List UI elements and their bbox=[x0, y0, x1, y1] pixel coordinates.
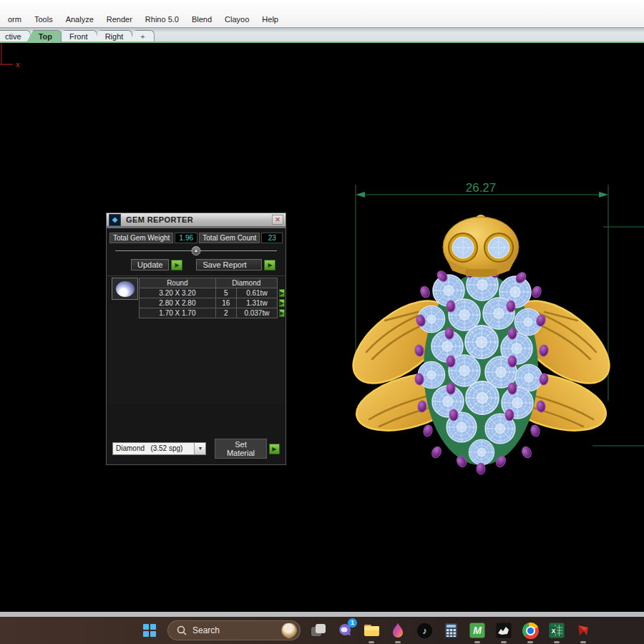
folder-icon bbox=[364, 623, 380, 638]
cplane-axis-icon: x bbox=[0, 43, 43, 75]
viewport-tab-bar: ctive Top Front Right + bbox=[0, 27, 644, 43]
windows-logo-icon bbox=[143, 624, 156, 637]
select-row-icon[interactable] bbox=[279, 309, 285, 317]
calculator-button[interactable] bbox=[442, 622, 459, 639]
total-gem-weight-label: Total Gem Weight bbox=[109, 233, 173, 243]
task-view-button[interactable] bbox=[310, 622, 327, 639]
close-icon[interactable]: ✕ bbox=[272, 215, 283, 225]
task-view-icon bbox=[311, 624, 326, 637]
svg-text:X: X bbox=[551, 628, 555, 635]
tab-top[interactable]: Top bbox=[26, 30, 62, 43]
menu-bar: orm Tools Analyze Render Rhino 5.0 Blend… bbox=[0, 0, 644, 27]
gem-size: 3.20 X 3.20 bbox=[140, 288, 216, 298]
svg-text:M: M bbox=[473, 625, 482, 636]
save-report-run-icon[interactable] bbox=[264, 260, 275, 270]
search-input[interactable]: Search bbox=[167, 620, 301, 640]
material-header: Diamond bbox=[215, 278, 277, 288]
menu-item-tools[interactable]: Tools bbox=[28, 14, 59, 25]
top-viewport[interactable]: 26.27 bbox=[0, 43, 644, 612]
material-dropdown[interactable]: Diamond (3.52 spg) bbox=[112, 442, 206, 455]
gem-weight: 0.61tw bbox=[236, 288, 277, 298]
matrixgold-icon: M bbox=[469, 623, 485, 638]
panel-title: GEM REPORTER bbox=[126, 215, 272, 224]
tab-add-viewport[interactable]: + bbox=[128, 30, 154, 43]
gem-table: Round Diamond 3.20 X 3.20 5 0.61tw 2.80 … bbox=[139, 278, 286, 318]
chevron-down-icon[interactable] bbox=[194, 443, 205, 454]
gem-weight: 1.31tw bbox=[236, 298, 277, 308]
x-axis-label: x bbox=[16, 60, 20, 69]
table-row[interactable]: 3.20 X 3.20 5 0.61tw bbox=[140, 288, 286, 298]
gem-table-zone: Round Diamond 3.20 X 3.20 5 0.61tw 2.80 … bbox=[107, 275, 286, 404]
red-3d-app-icon bbox=[575, 623, 591, 638]
rhino-window: orm Tools Analyze Render Rhino 5.0 Blend… bbox=[0, 0, 644, 644]
gem-reporter-icon: ◆ bbox=[109, 214, 121, 226]
collapse-divider: ▲ bbox=[115, 246, 277, 256]
droplet-icon bbox=[391, 623, 404, 638]
update-run-icon[interactable] bbox=[171, 260, 182, 270]
gem-count: 2 bbox=[215, 308, 236, 318]
panel-buttons-row: Update Save Report bbox=[131, 259, 286, 270]
select-row-icon[interactable] bbox=[279, 299, 285, 307]
search-placeholder: Search bbox=[192, 625, 281, 635]
bee-pendant-model: 26.27 bbox=[0, 43, 644, 612]
excel-button[interactable]: X bbox=[548, 622, 565, 639]
tiktok-icon: ♪ bbox=[416, 623, 433, 639]
search-highlight-image bbox=[281, 623, 297, 638]
menu-item-rhino5[interactable]: Rhino 5.0 bbox=[139, 14, 185, 25]
menu-item-transform[interactable]: orm bbox=[1, 14, 28, 25]
calculator-icon bbox=[444, 623, 458, 638]
gem-preview-thumbnail[interactable] bbox=[112, 278, 138, 300]
rhino-icon bbox=[496, 623, 512, 638]
gem-weight: 0.037tw bbox=[236, 308, 277, 318]
update-button[interactable]: Update bbox=[131, 259, 169, 270]
menu-item-blend[interactable]: Blend bbox=[185, 14, 218, 25]
chrome-icon bbox=[522, 623, 539, 639]
total-gem-count-value: 23 bbox=[261, 233, 283, 243]
chrome-button[interactable] bbox=[522, 622, 539, 639]
round-gem-icon bbox=[116, 281, 135, 297]
matrixgold-button[interactable]: M bbox=[469, 622, 486, 639]
set-material-run-icon[interactable] bbox=[269, 444, 280, 454]
chat-notification-badge: 1 bbox=[348, 618, 357, 628]
total-gem-count-label: Total Gem Count bbox=[199, 233, 260, 243]
tab-front[interactable]: Front bbox=[57, 30, 97, 43]
file-explorer-button[interactable] bbox=[363, 622, 380, 639]
table-row[interactable]: 2.80 X 2.80 16 1.31tw bbox=[140, 298, 286, 308]
material-dropdown-value: Diamond (3.52 spg) bbox=[113, 443, 194, 454]
gem-size: 1.70 X 1.70 bbox=[140, 308, 216, 318]
gem-reporter-panel[interactable]: ◆ GEM REPORTER ✕ Total Gem Weight 1.96 T… bbox=[106, 213, 286, 465]
windows-taskbar: Search 1 bbox=[0, 617, 644, 644]
menu-item-clayoo[interactable]: Clayoo bbox=[218, 14, 255, 25]
search-icon bbox=[177, 625, 187, 635]
gem-size: 2.80 X 2.80 bbox=[140, 298, 216, 308]
window-bottom-edge bbox=[0, 612, 644, 617]
shape-header: Round bbox=[140, 278, 216, 288]
total-gem-weight-value: 1.96 bbox=[175, 233, 197, 243]
select-row-icon[interactable] bbox=[279, 289, 285, 297]
save-report-button[interactable]: Save Report bbox=[196, 259, 262, 270]
gem-totals-row: Total Gem Weight 1.96 Total Gem Count 23 bbox=[109, 233, 283, 243]
menu-item-analyze[interactable]: Analyze bbox=[59, 14, 100, 25]
gem-table-header: Round Diamond bbox=[140, 278, 286, 288]
gem-count: 5 bbox=[215, 288, 236, 298]
menu-item-help[interactable]: Help bbox=[255, 14, 285, 25]
start-button[interactable] bbox=[141, 622, 158, 639]
red-3d-app-button[interactable] bbox=[575, 622, 592, 639]
excel-icon: X bbox=[549, 623, 565, 638]
rhino-button[interactable] bbox=[495, 622, 512, 639]
teams-chat-button[interactable]: 1 bbox=[336, 622, 353, 639]
tab-perspective[interactable]: ctive bbox=[0, 30, 31, 43]
material-row: Diamond (3.52 spg) Set Material bbox=[107, 439, 286, 459]
gem-count: 16 bbox=[215, 298, 236, 308]
set-material-button[interactable]: Set Material bbox=[215, 439, 266, 459]
svg-text:♪: ♪ bbox=[422, 625, 427, 636]
collapse-toggle-icon[interactable]: ▲ bbox=[192, 246, 201, 255]
paint-droplet-button[interactable] bbox=[389, 622, 406, 639]
tab-right[interactable]: Right bbox=[93, 30, 133, 43]
gem-reporter-titlebar[interactable]: ◆ GEM REPORTER ✕ bbox=[107, 213, 286, 228]
table-row[interactable]: 1.70 X 1.70 2 0.037tw bbox=[140, 308, 286, 318]
tiktok-button[interactable]: ♪ bbox=[416, 622, 433, 639]
menu-item-render[interactable]: Render bbox=[100, 14, 139, 25]
dimension-width-label: 26.27 bbox=[466, 181, 497, 195]
